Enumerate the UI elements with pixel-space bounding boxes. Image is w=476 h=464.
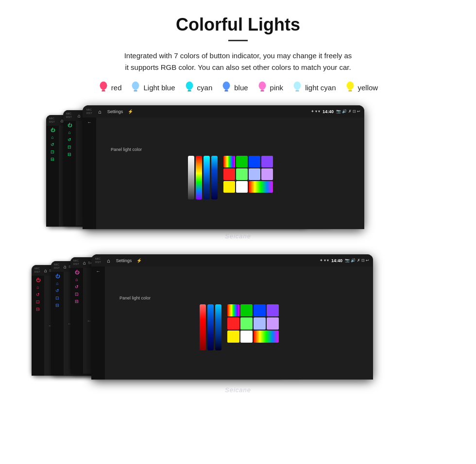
description: Integrated with 7 colors of button indic…	[19, 50, 457, 73]
svg-rect-2	[102, 91, 105, 92]
svg-rect-9	[187, 91, 191, 92]
svg-rect-21	[348, 91, 352, 92]
svg-point-3	[100, 82, 107, 90]
color-item-red: red	[98, 81, 122, 94]
color-item-lightcyan: light cyan	[292, 81, 336, 94]
color-item-yellow: yellow	[345, 81, 378, 94]
color-label-yellow: yellow	[358, 83, 378, 92]
svg-point-16	[294, 82, 301, 90]
bulb-icon-yellow	[345, 81, 356, 94]
color-list: red Light blue cyan blue	[19, 81, 457, 94]
color-label-pink: pink	[270, 83, 284, 92]
bulb-icon-lightcyan	[292, 81, 303, 94]
page-title: Colorful Lights	[19, 15, 457, 35]
color-label-cyan: cyan	[197, 83, 213, 92]
svg-rect-12	[225, 91, 228, 92]
svg-rect-18	[295, 91, 299, 92]
color-label-blue: blue	[234, 83, 248, 92]
color-item-lightblue: Light blue	[130, 81, 175, 94]
svg-point-13	[258, 82, 266, 90]
bulb-icon-blue	[221, 81, 232, 94]
color-item-cyan: cyan	[184, 81, 213, 94]
top-device-group: MICRST ⌂ Settings ♦ ⏻ ⌂ ↺ ⊡ ⊟	[19, 105, 457, 244]
devices-section: MICRST ⌂ Settings ♦ ⏻ ⌂ ↺ ⊡ ⊟	[19, 105, 457, 398]
svg-point-19	[346, 82, 354, 90]
svg-point-10	[223, 82, 230, 90]
svg-point-4	[132, 82, 139, 90]
device-card-front2: MICRST ⌂ Settings ⚡ ✦ ▾ ▾ 14:40 📷 🔊 ✗ ⊡ …	[91, 254, 373, 380]
color-item-pink: pink	[257, 81, 284, 94]
svg-rect-15	[260, 91, 264, 92]
bulb-icon-pink	[257, 81, 268, 94]
svg-point-7	[186, 82, 193, 90]
color-item-blue: blue	[221, 81, 248, 94]
panel-label-top: Panel light color	[111, 147, 142, 152]
title-divider	[228, 40, 248, 41]
bulb-icon-lightblue	[130, 81, 141, 94]
bottom-device-group: MICRST ⌂ Settin ⏻ ⌂ ↺ ⊡ ⊟ ←	[19, 254, 457, 398]
bulb-icon-red	[98, 81, 109, 94]
color-label-lightcyan: light cyan	[305, 83, 336, 92]
watermark-top: Seicane	[225, 232, 251, 240]
color-label-lightblue: Light blue	[143, 83, 175, 92]
panel-label-bottom: Panel light color	[119, 296, 151, 300]
watermark-bottom: Seicane	[225, 386, 251, 394]
svg-rect-6	[134, 91, 137, 92]
color-label-red: red	[111, 83, 122, 92]
bulb-icon-cyan	[184, 81, 195, 94]
device-card-front1: MICRST ⌂ Settings ⚡ ✦ ▾ ▾ 14:40 📷 🔊 ✗ ⊡ …	[83, 105, 364, 229]
